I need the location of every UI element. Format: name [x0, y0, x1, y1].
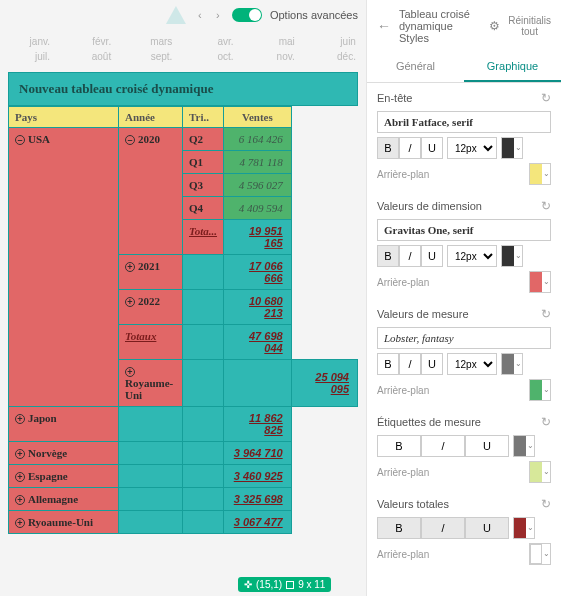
- reset-icon[interactable]: ↻: [541, 199, 551, 213]
- reset-all-button[interactable]: Réinitialistout: [508, 15, 551, 37]
- expand-icon[interactable]: +: [125, 297, 135, 307]
- dim-country[interactable]: +Japon: [9, 407, 119, 442]
- panel-header: ← Tableau croisé dynamique Styles ⚙ Réin…: [367, 0, 561, 52]
- italic-button[interactable]: /: [399, 353, 421, 375]
- expand-icon[interactable]: +: [15, 495, 25, 505]
- dim-q[interactable]: Q1: [183, 151, 224, 174]
- month[interactable]: août: [71, 51, 111, 62]
- chart-type-icon[interactable]: [166, 6, 186, 24]
- italic-button[interactable]: /: [399, 245, 421, 267]
- expand-icon[interactable]: +: [15, 414, 25, 424]
- reset-icon[interactable]: ↻: [541, 91, 551, 105]
- dim-year[interactable]: –2020: [119, 128, 183, 255]
- font-select[interactable]: Gravitas One, serif: [377, 219, 551, 241]
- month[interactable]: juil.: [10, 51, 50, 62]
- gear-icon[interactable]: ⚙: [489, 19, 500, 33]
- dim-country[interactable]: +Ryoaume-Uni: [9, 511, 119, 534]
- col-tri[interactable]: Tri..: [183, 107, 224, 128]
- collapse-icon[interactable]: –: [15, 135, 25, 145]
- reset-icon[interactable]: ↻: [541, 307, 551, 321]
- month[interactable]: mai: [255, 36, 295, 47]
- font-size-select[interactable]: 12px: [447, 137, 497, 159]
- expand-icon[interactable]: +: [125, 367, 135, 377]
- reset-icon[interactable]: ↻: [541, 497, 551, 511]
- font-select[interactable]: Lobster, fantasy: [377, 327, 551, 349]
- tab-graphique[interactable]: Graphique: [464, 52, 561, 82]
- font-size-select[interactable]: 12px: [447, 245, 497, 267]
- pivot-table-container: Nouveau tableau croisé dynamique Pays An…: [0, 72, 366, 542]
- pivot-title: Nouveau tableau croisé dynamique: [8, 72, 358, 106]
- bg-color-swatch[interactable]: ⌄: [529, 461, 551, 483]
- month[interactable]: déc.: [316, 51, 356, 62]
- text-color-swatch[interactable]: ⌄: [513, 435, 535, 457]
- section-header-style: En-tête↻ Abril Fatface, serif B / U 12px…: [377, 91, 551, 185]
- dim-country[interactable]: +Royaume-Uni: [119, 360, 183, 407]
- month[interactable]: avr.: [194, 36, 234, 47]
- pivot-table[interactable]: Pays Année Tri.. Ventes –USA –2020 Q2 6 …: [8, 106, 358, 534]
- month[interactable]: févr.: [71, 36, 111, 47]
- month[interactable]: nov.: [255, 51, 295, 62]
- dim-country[interactable]: –USA: [9, 128, 119, 407]
- underline-button[interactable]: U: [421, 245, 443, 267]
- dim-q[interactable]: Q4: [183, 197, 224, 220]
- italic-button[interactable]: /: [399, 137, 421, 159]
- panel-title: Tableau croisé dynamique Styles: [399, 8, 481, 44]
- underline-button[interactable]: U: [421, 137, 443, 159]
- dim-country[interactable]: +Espagne: [9, 465, 119, 488]
- dim-country[interactable]: +Allemagne: [9, 488, 119, 511]
- bold-button[interactable]: B: [377, 353, 399, 375]
- text-color-swatch[interactable]: ⌄: [501, 245, 523, 267]
- font-select[interactable]: Abril Fatface, serif: [377, 111, 551, 133]
- bold-button[interactable]: B: [377, 137, 399, 159]
- back-icon[interactable]: ←: [377, 18, 391, 34]
- italic-button[interactable]: /: [421, 517, 465, 539]
- prev-icon[interactable]: ‹: [194, 9, 206, 21]
- underline-button[interactable]: U: [465, 435, 509, 457]
- expand-icon[interactable]: +: [15, 472, 25, 482]
- country-total-label: Totaux: [119, 325, 183, 360]
- month[interactable]: oct.: [194, 51, 234, 62]
- bg-color-swatch[interactable]: ⌄: [529, 379, 551, 401]
- month[interactable]: sept.: [132, 51, 172, 62]
- col-sales[interactable]: Ventes: [224, 107, 292, 128]
- text-color-swatch[interactable]: ⌄: [513, 517, 535, 539]
- expand-icon[interactable]: +: [15, 449, 25, 459]
- col-country[interactable]: Pays: [9, 107, 119, 128]
- text-color-swatch[interactable]: ⌄: [501, 137, 523, 159]
- dim-year[interactable]: +2021: [119, 255, 183, 290]
- bold-button[interactable]: B: [377, 245, 399, 267]
- collapse-icon[interactable]: –: [125, 135, 135, 145]
- val: 4 781 118: [224, 151, 292, 174]
- country-total: 3 964 710: [224, 442, 292, 465]
- section-meas-style: Valeurs de mesure↻ Lobster, fantasy B/U …: [377, 307, 551, 401]
- bold-button[interactable]: B: [377, 517, 421, 539]
- text-color-swatch[interactable]: ⌄: [501, 353, 523, 375]
- underline-button[interactable]: U: [421, 353, 443, 375]
- col-year[interactable]: Année: [119, 107, 183, 128]
- bg-color-swatch[interactable]: ⌄: [529, 271, 551, 293]
- bold-button[interactable]: B: [377, 435, 421, 457]
- advanced-toggle[interactable]: [232, 8, 262, 22]
- year-total: 10 680 213: [224, 290, 292, 325]
- font-size-select[interactable]: 12px: [447, 353, 497, 375]
- month[interactable]: juin: [316, 36, 356, 47]
- selection-badge: ✜ (15,1) 9 x 11: [238, 577, 331, 592]
- bg-color-swatch[interactable]: ⌄: [529, 543, 551, 565]
- year-total: 17 066 666: [224, 255, 292, 290]
- panel-tabs: Général Graphique: [367, 52, 561, 83]
- month[interactable]: mars: [132, 36, 172, 47]
- expand-icon[interactable]: +: [15, 518, 25, 528]
- dim-year[interactable]: +2022: [119, 290, 183, 325]
- month[interactable]: janv.: [10, 36, 50, 47]
- dim-q[interactable]: Q3: [183, 174, 224, 197]
- section-dim-style: Valeurs de dimension↻ Gravitas One, seri…: [377, 199, 551, 293]
- next-icon[interactable]: ›: [212, 9, 224, 21]
- italic-button[interactable]: /: [421, 435, 465, 457]
- reset-icon[interactable]: ↻: [541, 415, 551, 429]
- underline-button[interactable]: U: [465, 517, 509, 539]
- expand-icon[interactable]: +: [125, 262, 135, 272]
- bg-color-swatch[interactable]: ⌄: [529, 163, 551, 185]
- dim-q[interactable]: Q2: [183, 128, 224, 151]
- dim-country[interactable]: +Norvège: [9, 442, 119, 465]
- tab-general[interactable]: Général: [367, 52, 464, 82]
